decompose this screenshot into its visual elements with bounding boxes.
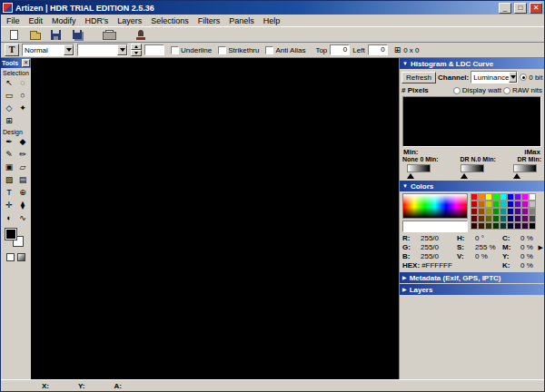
anti-alias-checkbox[interactable] [265,46,273,54]
expand-icon[interactable]: ▶ [402,275,407,280]
palette-swatch[interactable] [521,201,529,208]
anti-alias-option[interactable]: Anti Alias [265,46,305,54]
close-button[interactable]: ✕ [530,3,542,14]
collapse-icon[interactable]: ▼ [402,61,408,66]
palette-swatch[interactable] [478,215,485,222]
palette-swatch[interactable] [507,208,514,215]
save-file-button[interactable] [46,28,65,42]
title-bar[interactable]: Artizen | HDR TRIAL EDITION 2.5.36 _ □ ✕ [1,1,544,15]
palette-swatch[interactable] [478,222,485,230]
display-watt-radio[interactable] [453,87,461,94]
left-input[interactable]: 0 [368,44,388,55]
magic-wand-tool[interactable]: ✦ [16,103,29,114]
palette-swatch[interactable] [492,193,500,201]
dodge-tool[interactable]: ◐ [3,212,15,224]
palette-swatch[interactable] [500,201,507,208]
fill-tool[interactable]: ▨ [3,174,15,186]
slider-thumb-icon[interactable] [407,173,414,179]
text-tool[interactable]: T [3,187,15,199]
strikethru-option[interactable]: Strikethru [218,46,259,54]
zoom-tool[interactable]: ⊕ [16,187,29,199]
select-tool[interactable]: ↖ [3,77,15,89]
menu-item-panels[interactable]: Panels [224,15,259,26]
palette-swatch[interactable] [500,193,507,201]
tools-panel-header[interactable]: Tools ✕ [1,58,31,68]
lasso-tool[interactable]: ◌ [16,77,29,89]
bit-radio[interactable] [520,74,527,81]
menu-item-edit[interactable]: Edit [25,15,48,26]
metadata-panel-header[interactable]: ▶ Metadata (Exif, GPS, IPTC) [400,272,544,283]
palette-swatch[interactable] [529,193,536,201]
minimize-button[interactable]: _ [499,3,511,14]
save-all-button[interactable] [67,28,86,42]
histogram-slider[interactable] [407,164,431,179]
menu-item-selections[interactable]: Selections [146,15,193,26]
ellipse-select-tool[interactable]: ○ [16,90,29,102]
palette-swatch[interactable] [500,208,507,215]
strikethru-checkbox[interactable] [218,46,226,54]
slider-thumb-icon[interactable] [513,173,520,179]
spinner-up-icon[interactable] [131,44,142,50]
print-button[interactable] [99,28,118,42]
palette-swatch[interactable] [485,193,492,201]
foreground-color-swatch[interactable] [5,229,16,240]
color-picker[interactable] [402,193,468,219]
histogram-slider[interactable] [461,164,484,179]
close-icon[interactable]: ✕ [22,59,30,67]
text-style-button[interactable]: T [5,44,19,56]
palette-swatch[interactable] [521,222,529,230]
chevron-down-icon[interactable] [509,72,517,83]
palette-swatch[interactable] [478,208,485,215]
palette-swatch[interactable] [529,201,536,208]
palette-swatch[interactable] [521,208,529,215]
refresh-button[interactable]: Refresh [401,72,436,83]
palette-swatch[interactable] [485,208,492,215]
gradient-tool[interactable]: ▤ [16,174,29,186]
clone-stamp-tool[interactable]: ▣ [3,162,15,173]
size-spinner[interactable] [131,44,142,56]
palette-swatch[interactable] [529,222,536,230]
menu-item-hdrs[interactable]: HDR's [81,15,114,26]
new-document-button[interactable] [5,28,24,42]
palette-swatch[interactable] [500,222,507,230]
smudge-tool[interactable]: ∿ [16,212,29,224]
palette-swatch[interactable] [485,215,492,222]
more-options-icon[interactable]: ▶ [539,244,543,251]
spinner-down-icon[interactable] [131,50,142,56]
palette-swatch[interactable] [507,215,514,222]
gradient-swatch[interactable] [17,253,25,261]
eyedropper-tool[interactable]: ⧫ [16,200,29,211]
slider-thumb-icon[interactable] [461,173,468,179]
histogram-panel-header[interactable]: ▼ Histogram & LDC Curve [400,58,544,69]
raw-nits-radio[interactable] [503,87,510,94]
default-colors-swatch[interactable] [6,253,15,261]
palette-swatch[interactable] [514,208,521,215]
palette-swatch[interactable] [521,215,529,222]
collapse-icon[interactable]: ▼ [402,183,408,189]
eraser-tool[interactable]: ▱ [16,162,29,173]
palette-swatch[interactable] [478,193,485,201]
channel-select[interactable]: Luminance [471,71,518,83]
palette-swatch[interactable] [471,215,478,222]
colors-panel-header[interactable]: ▼ Colors [400,181,544,191]
hand-tool[interactable]: ✛ [3,200,15,211]
font-select[interactable] [77,44,128,56]
menu-item-help[interactable]: Help [259,15,285,26]
palette-swatch[interactable] [514,215,521,222]
palette-swatch[interactable] [492,215,500,222]
document-canvas[interactable] [31,58,399,379]
palette-swatch[interactable] [471,208,478,215]
palette-swatch[interactable] [514,222,521,230]
text-color-swatch[interactable] [144,44,164,55]
maximize-button[interactable]: □ [514,3,527,14]
top-input[interactable]: 0 [330,44,350,55]
menu-item-modify[interactable]: Modify [47,15,81,26]
palette-swatch[interactable] [521,193,529,201]
palette-swatch[interactable] [485,222,492,230]
palette-swatch[interactable] [492,201,500,208]
palette-swatch[interactable] [471,222,478,230]
current-color-swatch[interactable] [402,220,468,232]
chevron-down-icon[interactable] [64,44,74,55]
poly-select-tool[interactable]: ◇ [3,103,15,114]
open-file-button[interactable] [25,28,45,42]
